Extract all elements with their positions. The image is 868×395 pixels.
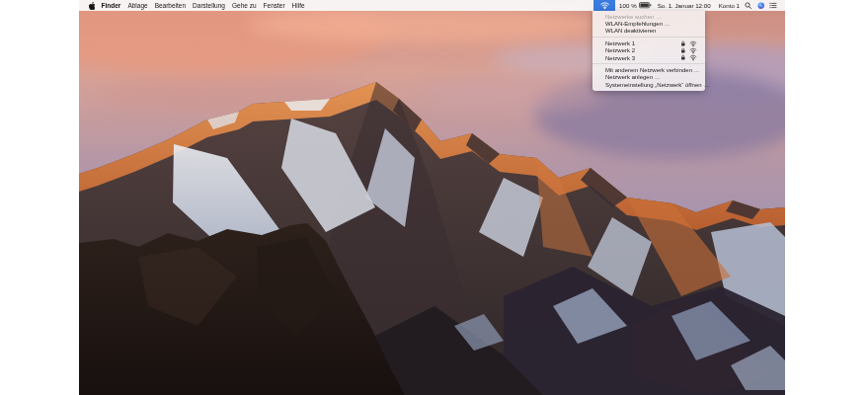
spotlight-search-icon[interactable] <box>745 2 752 10</box>
wifi-dropdown-menu: Netzwerke suchen … WLAN-Empfehlungen … W… <box>592 11 705 91</box>
menu-separator <box>592 37 705 38</box>
menu-bar-status: 100 % So. 1. Januar 12:00 Konto 1 <box>593 0 785 11</box>
lock-icon <box>680 40 686 47</box>
network-name: Netzwerk 3 <box>605 55 635 61</box>
wifi-icon <box>599 1 610 10</box>
menu-item-mit-anderem-netzwerk[interactable]: Mit anderem Netzwerk verbinden … <box>592 66 705 73</box>
notification-center-icon[interactable] <box>769 2 777 9</box>
battery-icon[interactable] <box>639 2 652 9</box>
user-account-menu[interactable]: Konto 1 <box>719 2 740 9</box>
menu-item-netzwerk-3[interactable]: Netzwerk 3 <box>592 54 705 61</box>
menu-darstellung[interactable]: Darstellung <box>190 0 229 11</box>
menu-item-netzwerke-suchen: Netzwerke suchen … <box>592 13 705 20</box>
menu-bearbeiten[interactable]: Bearbeiten <box>151 0 189 11</box>
siri-icon[interactable] <box>757 2 765 10</box>
network-name: Netzwerk 2 <box>605 47 635 53</box>
menu-item-systemeinstellung-netzwerk[interactable]: Systemeinstellung „Netzwerk“ öffnen … <box>592 81 705 88</box>
menu-separator <box>592 63 705 64</box>
menu-bar-left: Finder Ablage Bearbeiten Darstellung Geh… <box>79 0 308 11</box>
menu-finder[interactable]: Finder <box>98 0 124 11</box>
apple-icon <box>89 2 96 10</box>
lock-icon <box>680 47 686 54</box>
menu-item-wlan-empfehlungen[interactable]: WLAN-Empfehlungen … <box>592 20 705 27</box>
wifi-signal-icon <box>689 47 697 54</box>
menu-item-netzwerk-anlegen[interactable]: Netzwerk anlegen … <box>592 74 705 81</box>
menu-bar: Finder Ablage Bearbeiten Darstellung Geh… <box>79 0 785 11</box>
menu-fenster[interactable]: Fenster <box>260 0 288 11</box>
lock-icon <box>680 54 686 61</box>
screenshot-canvas: Finder Ablage Bearbeiten Darstellung Geh… <box>0 0 868 395</box>
menu-bar-clock[interactable]: So. 1. Januar 12:00 <box>658 2 711 9</box>
menu-item-wlan-deaktivieren[interactable]: WLAN deaktivieren <box>592 28 705 35</box>
wifi-status-button[interactable] <box>593 0 615 11</box>
battery-percentage: 100 % <box>619 2 637 9</box>
menu-item-netzwerk-1[interactable]: Netzwerk 1 <box>592 40 705 46</box>
menu-item-netzwerk-2[interactable]: Netzwerk 2 <box>592 47 705 54</box>
wifi-signal-icon <box>689 40 697 47</box>
menu-ablage[interactable]: Ablage <box>124 0 151 11</box>
wifi-signal-icon <box>689 54 697 61</box>
menu-hilfe[interactable]: Hilfe <box>288 0 308 11</box>
menu-gehe-zu[interactable]: Gehe zu <box>228 0 260 11</box>
desktop: Finder Ablage Bearbeiten Darstellung Geh… <box>79 0 785 395</box>
network-name: Netzwerk 1 <box>605 40 635 46</box>
apple-menu[interactable] <box>88 0 96 11</box>
